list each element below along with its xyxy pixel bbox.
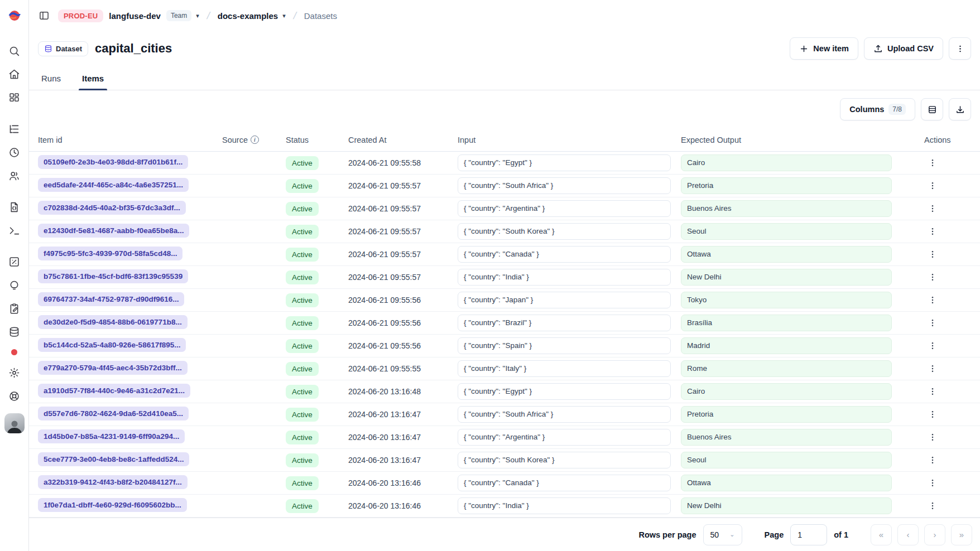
item-id-pill[interactable]: c702838d-24d5-40a2-bf35-67dc3a3df... [38,201,186,215]
item-id-pill[interactable]: b75c7861-1fbe-45cf-bdf6-83f139c95539 [38,269,188,283]
org-type-badge[interactable]: Team [166,10,191,21]
breadcrumb-project[interactable]: docs-examples [218,11,278,21]
col-expected-output: Expected Output [681,136,902,144]
first-page-button[interactable]: « [871,524,892,545]
item-id-pill[interactable]: a322b319-9412-4f43-b8f2-b20484127f... [38,475,188,489]
item-id-pill[interactable]: e12430df-5e81-4687-aabb-f0ea65be8a... [38,224,189,238]
expected-output-cell: Brasília [681,315,902,331]
status-cell: Active [286,316,348,330]
tracing-list-tree-icon[interactable] [7,122,22,136]
item-id-pill[interactable]: e779a270-579a-4f45-aec4-35b72d3bff... [38,361,188,375]
row-actions-button[interactable] [924,292,941,308]
users-icon[interactable] [7,168,22,183]
prompts-file-icon[interactable] [7,200,22,214]
item-id-pill[interactable]: 69764737-34af-4752-9787-d90df9616... [38,292,184,306]
item-id-pill[interactable]: 5cee7779-3e00-4eb8-be8c-1affedd524... [38,452,189,466]
datasets-database-icon[interactable] [7,325,22,339]
status-cell: Active [286,476,348,490]
user-avatar[interactable] [4,413,25,433]
playground-terminal-icon[interactable] [7,223,22,238]
home-icon[interactable] [7,67,22,81]
evaluation-percent-square-icon[interactable] [7,254,22,269]
app-root: PROD-EU langfuse-dev Team ▾ / docs-examp… [0,0,980,551]
row-actions-button[interactable] [924,429,941,446]
row-actions-button[interactable] [924,360,941,377]
last-page-button[interactable]: » [951,524,972,545]
item-id-pill[interactable]: f4975c95-5fc3-4939-970d-58fa5cd48... [38,246,182,260]
dashboard-grid-icon[interactable] [7,90,22,105]
table-row[interactable]: 1d45b0e7-b85a-4231-9149-6ff90a294... Act… [29,426,980,449]
more-actions-button[interactable] [949,37,971,60]
status-badge: Active [286,316,319,330]
row-actions-button[interactable] [924,475,941,491]
table-row[interactable]: e12430df-5e81-4687-aabb-f0ea65be8a... Ac… [29,220,980,243]
table-row[interactable]: a322b319-9412-4f43-b8f2-b20484127f... Ac… [29,472,980,495]
search-icon[interactable] [7,44,22,58]
chevron-down-icon[interactable]: ▾ [282,12,286,20]
upload-csv-button[interactable]: Upload CSV [864,37,943,60]
row-actions-button[interactable] [924,154,941,171]
row-actions-button[interactable] [924,337,941,354]
table-row[interactable]: b75c7861-1fbe-45cf-bdf6-83f139c95539 Act… [29,266,980,289]
row-actions-button[interactable] [924,315,941,331]
columns-button[interactable]: Columns 7/8 [840,98,915,120]
actions-cell [902,269,980,286]
expected-output-box: Buenos Aires [681,200,892,217]
chevron-down-icon[interactable]: ▾ [196,12,199,20]
scores-lightbulb-icon[interactable] [7,278,22,292]
item-id-pill[interactable]: 05109ef0-2e3b-4e03-98dd-8f7d01b61f... [38,155,188,169]
langfuse-logo[interactable] [0,0,28,31]
item-id-pill[interactable]: d557e7d6-7802-4624-9da6-52d410ea5... [38,407,189,420]
table-row[interactable]: d557e7d6-7802-4624-9da6-52d410ea5... Act… [29,403,980,426]
row-actions-button[interactable] [924,246,941,263]
info-icon[interactable]: i [251,136,259,144]
rows-per-page-select[interactable]: 50 ⌄ [703,524,742,545]
new-item-button[interactable]: New item [790,37,858,60]
breadcrumb-org[interactable]: langfuse-dev [109,11,161,21]
row-actions-button[interactable] [924,223,941,240]
page-input[interactable] [790,524,827,545]
table-row[interactable]: e779a270-579a-4f45-aec4-35b72d3bff... Ac… [29,357,980,380]
row-height-button[interactable] [921,98,943,120]
row-actions-button[interactable] [924,177,941,194]
table-row[interactable]: eed5dafe-244f-465c-a84c-4a6e357251... Ac… [29,175,980,197]
annotation-clipboard-pen-icon[interactable] [7,301,22,316]
table-row[interactable]: 69764737-34af-4752-9787-d90df9616... Act… [29,289,980,312]
actions-cell [902,497,980,514]
table-row[interactable]: f4975c95-5fc3-4939-970d-58fa5cd48... Act… [29,243,980,266]
next-page-button[interactable]: › [924,524,945,545]
sessions-clock-icon[interactable] [7,145,22,160]
row-actions-button[interactable] [924,406,941,423]
tab-runs[interactable]: Runs [38,74,64,90]
row-actions-button[interactable] [924,452,941,468]
table-row[interactable]: b5c144cd-52a5-4a80-926e-58617f895... Act… [29,335,980,357]
record-dot[interactable] [11,349,17,355]
item-id-pill[interactable]: de30d2e0-f5d9-4854-88b6-0619771b8... [38,315,188,329]
table-row[interactable]: de30d2e0-f5d9-4854-88b6-0619771b8... Act… [29,312,980,335]
support-lifebuoy-icon[interactable] [7,389,22,403]
item-id-pill[interactable]: a1910d57-7f84-440c-9e46-a31c2d7e21... [38,384,190,398]
status-cell: Active [286,225,348,239]
item-id-pill[interactable]: 1d45b0e7-b85a-4231-9149-6ff90a294... [38,429,185,443]
table-row[interactable]: 5cee7779-3e00-4eb8-be8c-1affedd524... Ac… [29,449,980,472]
row-actions-button[interactable] [924,200,941,217]
row-actions-button[interactable] [924,383,941,400]
export-button[interactable] [949,98,971,120]
row-actions-button[interactable] [924,497,941,514]
item-id-pill[interactable]: b5c144cd-52a5-4a80-926e-58617f895... [38,338,186,352]
item-id-pill[interactable]: eed5dafe-244f-465c-a84c-4a6e357251... [38,178,189,192]
actions-cell [902,475,980,491]
sidebar-toggle-icon[interactable] [36,7,52,24]
breadcrumb-section[interactable]: Datasets [304,11,337,21]
table-row[interactable]: 1f0e7da1-dbff-4e60-929d-f6095602bb... Ac… [29,495,980,518]
tab-items[interactable]: Items [79,74,107,90]
dataset-badge-label: Dataset [56,45,82,53]
table-row[interactable]: c702838d-24d5-40a2-bf35-67dc3a3df... Act… [29,197,980,220]
row-actions-button[interactable] [924,269,941,286]
table-row[interactable]: 05109ef0-2e3b-4e03-98dd-8f7d01b61f... Ac… [29,152,980,175]
settings-gear-icon[interactable] [7,365,22,380]
created-at-cell: 2024-06-21 09:55:57 [348,181,458,190]
table-row[interactable]: a1910d57-7f84-440c-9e46-a31c2d7e21... Ac… [29,380,980,403]
prev-page-button[interactable]: ‹ [897,524,919,545]
item-id-pill[interactable]: 1f0e7da1-dbff-4e60-929d-f6095602bb... [38,498,187,512]
